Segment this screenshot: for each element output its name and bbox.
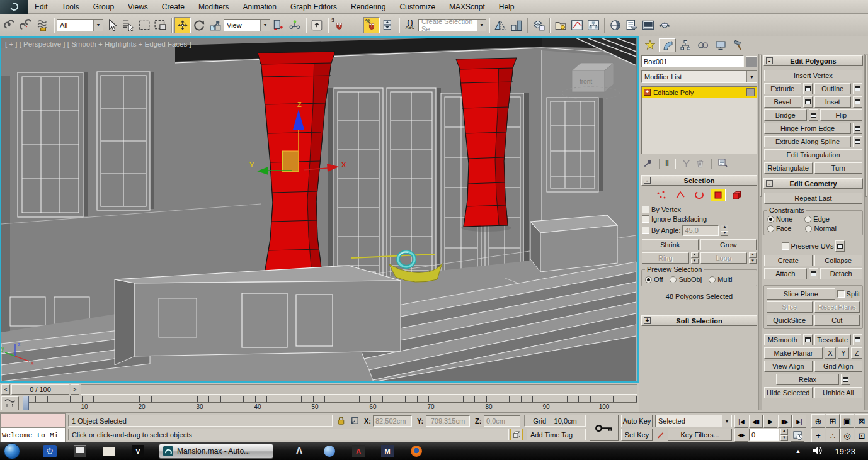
loop-button[interactable]: Loop bbox=[700, 252, 748, 264]
taskbar-app-icon-firefox[interactable] bbox=[408, 444, 425, 458]
bevel-settings-icon[interactable] bbox=[803, 96, 813, 108]
reset-plane-button[interactable]: Reset Plane bbox=[814, 301, 860, 313]
zoom-extents-icon[interactable]: ▣ bbox=[840, 414, 854, 428]
taskbar-app-icon-sphere[interactable] bbox=[321, 444, 338, 458]
tray-show-hidden-icons[interactable]: ▲ bbox=[796, 448, 801, 454]
make-unique-icon[interactable] bbox=[681, 158, 692, 170]
subobject-polygon-icon[interactable] bbox=[711, 189, 726, 201]
status-cube-toggle-icon[interactable] bbox=[510, 429, 523, 440]
by-angle-checkbox[interactable] bbox=[642, 227, 649, 234]
subobject-edge-icon[interactable] bbox=[673, 189, 688, 201]
taskbar-app-icon-media[interactable] bbox=[72, 444, 88, 458]
hinge-from-edge-button[interactable]: Hinge From Edge bbox=[764, 123, 851, 134]
rectangular-selection-region-icon[interactable] bbox=[136, 17, 152, 33]
time-configuration-icon[interactable] bbox=[791, 429, 804, 442]
tab-hierarchy[interactable] bbox=[677, 38, 694, 52]
time-slider-frame-display[interactable]: 0 / 100 bbox=[11, 384, 69, 395]
menu-help[interactable]: Help bbox=[492, 0, 522, 14]
loop-spinner[interactable]: ▲▼ bbox=[749, 252, 757, 264]
add-time-tag[interactable]: Add Time Tag bbox=[527, 429, 586, 440]
flip-button[interactable]: Flip bbox=[820, 109, 863, 121]
dropdown-arrow-icon[interactable]: ▼ bbox=[746, 71, 757, 82]
tessellate-button[interactable]: Tessellate bbox=[814, 334, 852, 345]
reference-coordinate-system-dropdown[interactable]: View ▼ bbox=[224, 19, 270, 31]
taskbar-app-icon-m[interactable]: M bbox=[379, 444, 396, 458]
ignore-backfacing-checkbox[interactable] bbox=[642, 215, 649, 223]
attach-settings-icon[interactable] bbox=[809, 268, 818, 279]
key-mode-toggle-button[interactable]: ◀▶ bbox=[734, 429, 748, 442]
relax-settings-icon[interactable] bbox=[841, 374, 850, 385]
relax-button[interactable]: Relax bbox=[776, 374, 839, 385]
menu-animation[interactable]: Animation bbox=[236, 0, 283, 14]
z-coord-field[interactable] bbox=[484, 415, 520, 427]
select-and-rotate-icon[interactable] bbox=[191, 17, 207, 33]
repeat-last-button[interactable]: Repeat Last bbox=[764, 193, 862, 204]
preview-multi-radio[interactable] bbox=[709, 276, 716, 283]
absolute-offset-mode-icon[interactable] bbox=[349, 415, 361, 427]
select-and-scale-icon[interactable] bbox=[207, 17, 224, 33]
preserve-uvs-settings-icon[interactable] bbox=[835, 240, 845, 252]
layer-manager-icon[interactable] bbox=[530, 17, 547, 33]
angle-snap-toggle-icon[interactable] bbox=[347, 17, 363, 33]
object-color-swatch[interactable] bbox=[746, 56, 757, 67]
material-editor-icon[interactable] bbox=[607, 17, 624, 33]
key-filter-mode-dropdown[interactable]: Selected ▼ bbox=[655, 415, 732, 427]
msmooth-settings-icon[interactable] bbox=[803, 334, 813, 345]
clock[interactable]: 19:23 bbox=[835, 447, 855, 456]
menu-group[interactable]: Group bbox=[86, 0, 121, 14]
perspective-viewport[interactable]: front Z X Y x bbox=[0, 36, 639, 383]
bridge-settings-icon[interactable] bbox=[809, 109, 818, 121]
constraint-edge-radio[interactable] bbox=[804, 216, 811, 223]
maximize-viewport-icon[interactable]: ⊡ bbox=[855, 429, 868, 442]
orbit-icon[interactable]: ◎ bbox=[840, 429, 854, 442]
rollout-edit-geometry-header[interactable]: - Edit Geometry bbox=[763, 178, 863, 189]
menu-tools[interactable]: Tools bbox=[55, 0, 86, 14]
snaps-toggle-3d-icon[interactable]: 3 bbox=[331, 17, 347, 33]
previous-frame-button[interactable]: ◀▮ bbox=[749, 415, 763, 428]
slice-button[interactable]: Slice bbox=[767, 301, 813, 313]
menu-edit[interactable]: Edit bbox=[28, 0, 55, 14]
front-planter-box[interactable] bbox=[115, 266, 401, 365]
menu-graph-editors[interactable]: Graph Editors bbox=[283, 0, 344, 14]
make-planar-y-button[interactable]: Y bbox=[838, 347, 849, 359]
select-by-name-icon[interactable] bbox=[120, 17, 136, 33]
time-slider-prev-button[interactable]: < bbox=[1, 384, 10, 395]
subobject-vertex-icon[interactable] bbox=[654, 189, 669, 201]
configure-modifier-sets-icon[interactable] bbox=[717, 157, 729, 170]
curve-editor-icon[interactable] bbox=[569, 17, 585, 33]
mirror-icon[interactable] bbox=[492, 17, 508, 33]
extrude-settings-icon[interactable] bbox=[803, 83, 813, 94]
subobject-border-icon[interactable] bbox=[692, 189, 707, 201]
zoom-extents-all-icon[interactable]: ⊠ bbox=[855, 414, 868, 428]
selection-filter-dropdown[interactable]: All ▼ bbox=[57, 19, 103, 31]
bevel-button[interactable]: Bevel bbox=[764, 96, 801, 108]
tab-display[interactable] bbox=[712, 38, 729, 52]
hinge-settings-icon[interactable] bbox=[853, 123, 862, 134]
edit-triangulation-button[interactable]: Edit Triangulation bbox=[764, 149, 862, 160]
msmooth-button[interactable]: MSmooth bbox=[764, 334, 801, 345]
rollout-toggle-icon[interactable]: - bbox=[766, 57, 773, 64]
dropdown-arrow-icon[interactable]: ▼ bbox=[722, 415, 731, 427]
walk-through-icon[interactable]: ∴ bbox=[826, 429, 840, 442]
menu-rendering[interactable]: Rendering bbox=[344, 0, 392, 14]
inset-settings-icon[interactable] bbox=[853, 96, 862, 108]
pin-stack-icon[interactable] bbox=[642, 158, 653, 170]
app-logo-icon[interactable] bbox=[0, 0, 28, 14]
bridge-button[interactable]: Bridge bbox=[764, 109, 807, 121]
unlink-selection-icon[interactable] bbox=[18, 17, 35, 33]
volume-icon[interactable] bbox=[812, 446, 823, 456]
track-bar[interactable]: 0 10 20 30 40 50 60 70 80 90 100 bbox=[0, 395, 639, 412]
rollout-selection-header[interactable]: - Selection bbox=[641, 175, 757, 186]
right-planter-box[interactable] bbox=[530, 215, 617, 272]
taskbar-app-icon-adobe[interactable]: A bbox=[350, 444, 367, 458]
cut-button[interactable]: Cut bbox=[814, 315, 860, 326]
select-and-manipulate-icon[interactable] bbox=[287, 17, 303, 33]
by-angle-spinner[interactable]: ▲▼ bbox=[721, 225, 728, 236]
maxscript-mini-listener-white[interactable]: Welcome to Mi bbox=[0, 428, 66, 442]
tab-motion[interactable] bbox=[694, 38, 711, 52]
subobject-element-icon[interactable] bbox=[729, 189, 745, 201]
extrude-along-spline-button[interactable]: Extrude Along Spline bbox=[764, 136, 851, 147]
zoom-all-icon[interactable]: ⊞ bbox=[826, 414, 840, 428]
set-key-button[interactable]: Set Key bbox=[621, 429, 653, 441]
spinner-snap-toggle-icon[interactable] bbox=[380, 17, 396, 33]
